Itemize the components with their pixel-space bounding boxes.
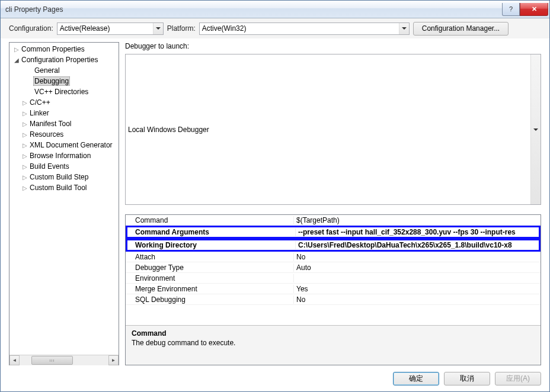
scroll-thumb[interactable]: ııı — [31, 356, 73, 365]
tree-item-label: Browse Information — [28, 152, 92, 160]
debugger-launch-value: Local Windows Debugger — [128, 126, 209, 134]
tree-item-label: VC++ Directories — [33, 88, 89, 96]
cancel-button[interactable]: 取消 — [444, 372, 490, 385]
main-area: ▷Common Properties◢Configuration Propert… — [1, 38, 549, 365]
property-row[interactable]: SQL DebuggingNo — [126, 294, 541, 305]
tree-item-label: XML Document Generator — [28, 141, 114, 149]
property-row[interactable]: Working DirectoryC:\Users\Fred\Desktop\D… — [126, 239, 541, 252]
tree-item[interactable]: ▷C/C++ — [9, 97, 119, 108]
debugger-launch-row: Debugger to launch: — [125, 42, 541, 50]
property-name: Working Directory — [127, 241, 296, 249]
property-name: Attach — [126, 253, 294, 261]
property-value[interactable]: C:\Users\Fred\Desktop\DaHuaTech\x265\x26… — [296, 241, 539, 249]
description-panel: Command The debug command to execute. — [126, 325, 541, 365]
arrow-collapsed-icon[interactable]: ▷ — [21, 121, 28, 127]
tree-panel: ▷Common Properties◢Configuration Propert… — [9, 42, 119, 365]
property-row[interactable]: AttachNo — [126, 252, 541, 262]
tree-item[interactable]: ▷Browse Information — [9, 150, 119, 161]
tree-item[interactable]: ▷Common Properties — [9, 44, 119, 54]
property-value[interactable]: Auto — [294, 264, 541, 272]
property-row[interactable]: Environment — [126, 273, 541, 284]
tree-item[interactable]: ▷Resources — [9, 129, 119, 140]
property-row[interactable]: Debugger TypeAuto — [126, 262, 541, 273]
property-value[interactable]: Yes — [294, 285, 541, 293]
button-bar: 确定 取消 应用(A) — [1, 365, 549, 391]
arrow-expanded-icon[interactable]: ◢ — [13, 57, 20, 63]
configuration-value: Active(Release) — [60, 24, 110, 33]
property-name: Environment — [126, 274, 294, 282]
tree-item-label: Custom Build Step — [28, 173, 89, 181]
apply-button[interactable]: 应用(A) — [495, 372, 541, 385]
debugger-launch-label: Debugger to launch: — [125, 42, 189, 50]
right-panel: Debugger to launch: Local Windows Debugg… — [125, 42, 541, 365]
tree-item[interactable]: ▷Linker — [9, 108, 119, 118]
tree-content[interactable]: ▷Common Properties◢Configuration Propert… — [9, 43, 119, 355]
tree-item[interactable]: ▷Manifest Tool — [9, 118, 119, 129]
tree-item[interactable]: ▷XML Document Generator — [9, 140, 119, 150]
tree-item-label: Debugging — [33, 76, 70, 86]
property-name: Debugger Type — [126, 264, 294, 272]
platform-label: Platform: — [167, 24, 196, 33]
arrow-collapsed-icon[interactable]: ▷ — [21, 185, 28, 191]
tree-item-label: C/C++ — [28, 98, 52, 107]
tree-item[interactable]: ▷Build Events — [9, 161, 119, 172]
property-grid-body[interactable]: Command$(TargetPath)Command Arguments--p… — [126, 215, 541, 325]
tree-item-label: General — [33, 66, 61, 75]
property-row[interactable]: Command Arguments--preset fast --input h… — [126, 226, 541, 239]
tree-item-label: Resources — [28, 130, 65, 139]
tree-item-label: Build Events — [28, 162, 71, 171]
property-row[interactable]: Merge EnvironmentYes — [126, 284, 541, 294]
titlebar-buttons: ? ✕ — [502, 3, 548, 16]
arrow-collapsed-icon[interactable]: ▷ — [21, 163, 28, 170]
scroll-left-button[interactable]: ◄ — [9, 355, 20, 365]
arrow-collapsed-icon[interactable]: ▷ — [21, 99, 28, 106]
tree-item[interactable]: Debugging — [9, 76, 119, 86]
arrow-collapsed-icon[interactable]: ▷ — [21, 174, 28, 181]
tree-item-label: Manifest Tool — [28, 120, 72, 128]
property-value[interactable]: No — [294, 253, 541, 261]
property-value[interactable]: --preset fast --input hall_cif_352x288_3… — [296, 228, 539, 236]
tree-item-label: Linker — [28, 109, 50, 117]
horizontal-scrollbar[interactable]: ◄ ııı ► — [9, 355, 119, 365]
window-title: cli Property Pages — [5, 5, 502, 14]
tree-item[interactable]: ◢Configuration Properties — [9, 54, 119, 65]
arrow-collapsed-icon[interactable]: ▷ — [21, 142, 28, 149]
tree-item-label: Common Properties — [20, 45, 86, 53]
chevron-down-icon — [153, 23, 163, 34]
chevron-down-icon — [530, 54, 541, 204]
scroll-track[interactable]: ııı — [20, 355, 108, 365]
description-title: Command — [132, 329, 535, 338]
debugger-launch-dropdown[interactable]: Local Windows Debugger — [125, 54, 541, 205]
platform-dropdown[interactable]: Active(Win32) — [199, 23, 410, 35]
configuration-label: Configuration: — [9, 24, 53, 33]
arrow-collapsed-icon[interactable]: ▷ — [21, 131, 28, 138]
chevron-down-icon — [399, 23, 409, 34]
scroll-right-button[interactable]: ► — [108, 355, 119, 365]
arrow-collapsed-icon[interactable]: ▷ — [13, 46, 20, 53]
ok-button[interactable]: 确定 — [393, 372, 439, 385]
arrow-collapsed-icon[interactable]: ▷ — [21, 110, 28, 117]
tree-item[interactable]: ▷Custom Build Step — [9, 172, 119, 182]
close-button[interactable]: ✕ — [520, 3, 548, 16]
tree-item[interactable]: VC++ Directories — [9, 86, 119, 97]
property-name: Command Arguments — [127, 228, 296, 236]
property-value[interactable]: $(TargetPath) — [294, 216, 541, 224]
platform-value: Active(Win32) — [202, 24, 247, 33]
property-name: Command — [126, 216, 294, 224]
tree-item-label: Configuration Properties — [20, 56, 99, 64]
tree-item[interactable]: ▷Custom Build Tool — [9, 182, 119, 193]
property-value[interactable]: No — [294, 295, 541, 304]
property-pages-window: cli Property Pages ? ✕ Configuration: Ac… — [0, 0, 550, 392]
tree-item-label: Custom Build Tool — [28, 184, 88, 192]
description-text: The debug command to execute. — [132, 339, 535, 347]
property-name: Merge Environment — [126, 285, 294, 293]
property-name: SQL Debugging — [126, 295, 294, 304]
configuration-dropdown[interactable]: Active(Release) — [57, 23, 164, 35]
titlebar: cli Property Pages ? ✕ — [1, 1, 549, 18]
configuration-manager-button[interactable]: Configuration Manager... — [413, 22, 509, 36]
tree-item[interactable]: General — [9, 65, 119, 76]
property-row[interactable]: Command$(TargetPath) — [126, 215, 541, 226]
help-button[interactable]: ? — [502, 3, 520, 16]
arrow-collapsed-icon[interactable]: ▷ — [21, 153, 28, 159]
toolbar: Configuration: Active(Release) Platform:… — [1, 18, 549, 38]
